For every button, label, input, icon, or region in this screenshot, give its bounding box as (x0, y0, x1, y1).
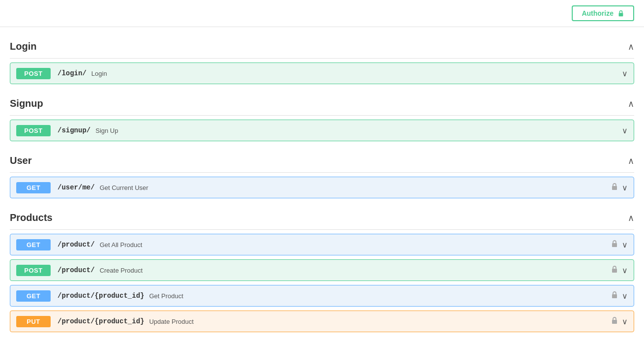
method-badge-user-0: GET (16, 182, 51, 193)
svg-rect-0 (619, 13, 623, 16)
section-title-signup: Signup (10, 98, 43, 109)
method-badge-products-1: POST (16, 265, 51, 276)
section-header-products[interactable]: Products∧ (10, 203, 634, 230)
method-badge-products-3: PUT (16, 316, 51, 327)
endpoint-right-login-0: ∨ (622, 69, 628, 78)
authorize-label: Authorize (582, 9, 614, 17)
svg-rect-3 (612, 269, 617, 273)
endpoint-path-products-1: /product/ (58, 266, 95, 274)
endpoint-right-products-2: ∨ (611, 291, 628, 301)
endpoint-chevron-login-0[interactable]: ∨ (622, 69, 628, 78)
section-products: Products∧GET/product/Get All Product∨POS… (10, 203, 634, 332)
main-content: Login∧POST/login/Login∨Signup∧POST/signu… (0, 27, 644, 343)
endpoint-desc-products-3: Update Product (149, 318, 611, 325)
endpoint-row-products-2[interactable]: GET/product/{product_id}Get Product∨ (10, 285, 634, 307)
endpoint-right-signup-0: ∨ (622, 126, 628, 135)
endpoint-desc-signup-0: Sign Up (95, 127, 622, 134)
endpoint-path-login-0: /login/ (58, 69, 87, 77)
endpoint-row-products-1[interactable]: POST/product/Create Product∨ (10, 259, 634, 281)
endpoint-chevron-products-3[interactable]: ∨ (622, 317, 628, 326)
section-chevron-login: ∧ (628, 41, 634, 52)
svg-rect-5 (612, 320, 617, 324)
endpoint-path-user-0: /user/me/ (58, 184, 95, 191)
section-chevron-signup: ∧ (628, 98, 634, 109)
endpoint-right-user-0: ∨ (611, 183, 628, 192)
lock-icon-user-0 (611, 183, 618, 192)
lock-icon (617, 10, 624, 17)
endpoint-path-products-3: /product/{product_id} (58, 317, 144, 325)
section-title-products: Products (10, 212, 53, 223)
section-chevron-products: ∧ (628, 213, 634, 223)
endpoint-chevron-products-0[interactable]: ∨ (622, 240, 628, 249)
section-chevron-user: ∧ (628, 156, 634, 166)
endpoint-row-login-0[interactable]: POST/login/Login∨ (10, 62, 634, 84)
endpoint-chevron-user-0[interactable]: ∨ (622, 183, 628, 192)
endpoint-right-products-1: ∨ (611, 265, 628, 275)
endpoint-path-signup-0: /signup/ (58, 126, 90, 134)
section-header-login[interactable]: Login∧ (10, 32, 634, 59)
endpoint-chevron-products-1[interactable]: ∨ (622, 266, 628, 275)
endpoint-right-products-3: ∨ (611, 316, 628, 326)
endpoint-desc-products-0: Get All Product (100, 241, 611, 249)
endpoint-desc-user-0: Get Current User (100, 184, 611, 191)
endpoint-right-products-0: ∨ (611, 240, 628, 249)
section-title-login: Login (10, 41, 36, 52)
endpoint-desc-products-2: Get Product (149, 292, 611, 300)
section-login: Login∧POST/login/Login∨ (10, 32, 634, 84)
method-badge-products-0: GET (16, 239, 51, 250)
method-badge-products-2: GET (16, 290, 51, 302)
lock-icon-products-2 (611, 291, 618, 301)
endpoint-row-user-0[interactable]: GET/user/me/Get Current User∨ (10, 177, 634, 198)
svg-rect-2 (612, 243, 617, 247)
top-bar: Authorize (0, 0, 644, 27)
section-header-user[interactable]: User∧ (10, 146, 634, 173)
svg-rect-4 (612, 294, 617, 298)
endpoint-chevron-signup-0[interactable]: ∨ (622, 126, 628, 135)
method-badge-signup-0: POST (16, 125, 51, 136)
endpoint-row-signup-0[interactable]: POST/signup/Sign Up∨ (10, 120, 634, 141)
section-title-user: User (10, 155, 31, 166)
endpoint-desc-products-1: Create Product (100, 267, 611, 274)
lock-icon-products-3 (611, 316, 618, 326)
authorize-button[interactable]: Authorize (572, 5, 634, 21)
lock-icon-products-1 (611, 265, 618, 275)
lock-icon-products-0 (611, 240, 618, 249)
section-user: User∧GET/user/me/Get Current User∨ (10, 146, 634, 198)
endpoint-row-products-0[interactable]: GET/product/Get All Product∨ (10, 234, 634, 255)
section-header-signup[interactable]: Signup∧ (10, 89, 634, 116)
endpoint-path-products-0: /product/ (58, 241, 95, 249)
endpoint-chevron-products-2[interactable]: ∨ (622, 291, 628, 301)
section-signup: Signup∧POST/signup/Sign Up∨ (10, 89, 634, 141)
method-badge-login-0: POST (16, 68, 51, 79)
svg-rect-1 (612, 186, 617, 190)
endpoint-row-products-3[interactable]: PUT/product/{product_id}Update Product∨ (10, 311, 634, 332)
endpoint-path-products-2: /product/{product_id} (58, 292, 144, 300)
endpoint-desc-login-0: Login (91, 70, 622, 77)
